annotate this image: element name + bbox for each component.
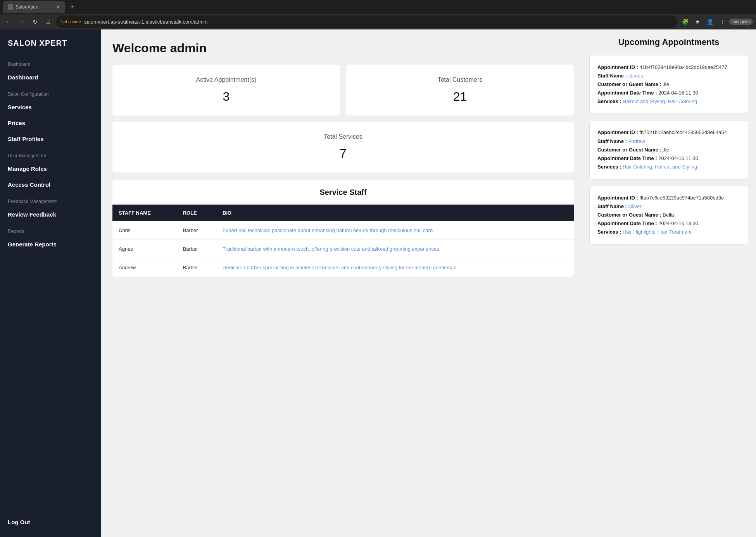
- app-container: SALON XPERT Dashboard Dashboard Salon Co…: [0, 29, 756, 537]
- section-label-feedback: Feedback Management: [0, 193, 101, 207]
- staff-bio-cell: Expert nail technician passionate about …: [216, 221, 574, 240]
- extensions-icon[interactable]: 🧩: [680, 16, 690, 27]
- right-panel: Upcoming Appointments Appointment ID : 4…: [585, 29, 756, 537]
- service-staff-section: Service Staff STAFF NAME ROLE BIO Chris …: [112, 180, 574, 277]
- sidebar-section-reports: Reports Generate Reports: [0, 222, 101, 252]
- browser-tabs: SalonXpert ✕ +: [0, 0, 756, 14]
- table-row: Chris Barber Expert nail technician pass…: [112, 221, 574, 240]
- table-row: Agnes Barber Traditional barber with a m…: [112, 240, 574, 258]
- staff-role-cell: Barber: [177, 240, 216, 258]
- total-services-value: 7: [124, 146, 562, 161]
- main-content: Welcome admin Active Appointment(s) 3 To…: [101, 29, 585, 537]
- total-customers-card: Total Customers 21: [346, 65, 574, 115]
- sidebar-item-logout[interactable]: Log Out: [8, 515, 93, 529]
- sidebar-item-dashboard[interactable]: Dashboard: [0, 69, 101, 85]
- appointment-card: Appointment ID : fffab7c6ce53239ac974be7…: [589, 186, 748, 244]
- appt-customer-1: Customer or Guest Name : Jie: [597, 146, 740, 154]
- service-staff-title: Service Staff: [112, 180, 574, 205]
- browser-toolbar: 🧩 ★ 👤 ⋮ Incognito: [680, 16, 753, 27]
- staff-table-body: Chris Barber Expert nail technician pass…: [112, 221, 574, 277]
- upcoming-appointments-title: Upcoming Appointments: [589, 37, 748, 47]
- home-button[interactable]: ⌂: [43, 16, 54, 27]
- appt-id-2: Appointment ID : fffab7c6ce53239ac974be7…: [597, 194, 740, 202]
- staff-name-cell: Andrew: [112, 258, 177, 277]
- total-services-label: Total Services: [124, 133, 562, 140]
- staff-bio-cell: Traditional barber with a modern touch, …: [216, 240, 574, 258]
- section-label-user-mgmt: User Management: [0, 147, 101, 161]
- sidebar-item-access-control[interactable]: Access Control: [0, 177, 101, 193]
- col-bio: BIO: [216, 205, 574, 221]
- col-staff-name: STAFF NAME: [112, 205, 177, 221]
- staff-table: STAFF NAME ROLE BIO Chris Barber Expert …: [112, 205, 574, 277]
- appointment-card: Appointment ID : fb7021b12aebc2cc4428565…: [589, 120, 748, 179]
- staff-bio-cell: Dedicated barber specializing in timeles…: [216, 258, 574, 277]
- appt-customer-0: Customer or Guest Name : Jie: [597, 80, 740, 89]
- appt-datetime-2: Appointment Date Time : 2024-04-16 13:30: [597, 219, 740, 228]
- back-button[interactable]: ←: [3, 16, 14, 27]
- sidebar: SALON XPERT Dashboard Dashboard Salon Co…: [0, 29, 101, 537]
- new-tab-button[interactable]: +: [67, 2, 78, 12]
- appt-staff-1: Staff Name : Andrew: [597, 137, 740, 146]
- table-row: Andrew Barber Dedicated barber specializ…: [112, 258, 574, 277]
- appt-customer-2: Customer or Guest Name : Bella: [597, 211, 740, 219]
- section-label-reports: Reports: [0, 222, 101, 236]
- staff-table-header: STAFF NAME ROLE BIO: [112, 205, 574, 221]
- stats-row: Active Appointment(s) 3 Total Customers …: [112, 65, 574, 115]
- bookmark-icon[interactable]: ★: [692, 16, 703, 27]
- appt-datetime-1: Appointment Date Time : 2024-04-16 11:30: [597, 154, 740, 163]
- browser-chrome: SalonXpert ✕ + ← → ↻ ⌂ Not secure salon-…: [0, 0, 756, 29]
- tab-title: SalonXpert: [16, 4, 38, 10]
- address-bar[interactable]: Not secure salon-xpert.ap-southeast-1.el…: [56, 15, 677, 28]
- forward-button[interactable]: →: [16, 16, 27, 27]
- appt-services-1: Services : Hair Coloring, Haircut and St…: [597, 163, 740, 171]
- security-warning: Not secure: [60, 19, 81, 24]
- staff-role-cell: Barber: [177, 221, 216, 240]
- active-appointments-value: 3: [124, 90, 328, 104]
- appointments-container: Appointment ID : 41b4f7029419e90a4dc2dc1…: [589, 55, 748, 244]
- profile-icon[interactable]: 👤: [704, 16, 715, 27]
- sidebar-section-user-mgmt: User Management Manage Roles Access Cont…: [0, 147, 101, 193]
- appt-staff-0: Staff Name : James: [597, 72, 740, 80]
- appointment-card: Appointment ID : 41b4f7029419e90a4dc2dc1…: [589, 55, 748, 114]
- staff-table-wrapper[interactable]: STAFF NAME ROLE BIO Chris Barber Expert …: [112, 205, 574, 277]
- total-customers-label: Total Customers: [358, 76, 562, 83]
- appt-services-2: Services : Hair Highlights, Hair Treatme…: [597, 228, 740, 236]
- total-services-card: Total Services 7: [112, 122, 574, 172]
- active-tab[interactable]: SalonXpert ✕: [3, 1, 65, 13]
- reload-button[interactable]: ↻: [29, 16, 40, 27]
- main-and-right: Welcome admin Active Appointment(s) 3 To…: [101, 29, 756, 537]
- sidebar-section-feedback: Feedback Management Review Feedback: [0, 193, 101, 222]
- appt-id-0: Appointment ID : 41b4f7029419e90a4dc2dc1…: [597, 63, 740, 72]
- section-label-dashboard: Dashboard: [0, 55, 101, 69]
- sidebar-item-manage-roles[interactable]: Manage Roles: [0, 161, 101, 177]
- active-appointments-label: Active Appointment(s): [124, 76, 328, 83]
- menu-icon[interactable]: ⋮: [717, 16, 728, 27]
- appt-staff-2: Staff Name : Oliver: [597, 202, 740, 211]
- page-title: Welcome admin: [112, 41, 574, 55]
- staff-name-cell: Chris: [112, 221, 177, 240]
- sidebar-item-services[interactable]: Services: [0, 99, 101, 115]
- section-label-salon-config: Salon Configuration: [0, 85, 101, 99]
- appt-datetime-0: Appointment Date Time : 2024-04-16 11:30: [597, 89, 740, 97]
- appt-services-0: Services : Haircut and Styling, Hair Col…: [597, 97, 740, 106]
- url-display: salon-xpert.ap-southeast-1.elasticbeanst…: [84, 19, 673, 25]
- active-appointments-card: Active Appointment(s) 3: [112, 65, 340, 115]
- col-role: ROLE: [177, 205, 216, 221]
- tab-favicon: [8, 4, 13, 10]
- sidebar-section-dashboard: Dashboard Dashboard: [0, 55, 101, 85]
- sidebar-section-salon-config: Salon Configuration Services Prices Staf…: [0, 85, 101, 147]
- sidebar-item-staff-profiles[interactable]: Staff Profiles: [0, 131, 101, 147]
- tab-close-button[interactable]: ✕: [56, 4, 60, 10]
- brand-title: SALON XPERT: [8, 39, 93, 48]
- staff-name-cell: Agnes: [112, 240, 177, 258]
- staff-role-cell: Barber: [177, 258, 216, 277]
- appt-id-1: Appointment ID : fb7021b12aebc2cc4428565…: [597, 128, 740, 137]
- browser-nav: ← → ↻ ⌂ Not secure salon-xpert.ap-southe…: [0, 14, 756, 29]
- sidebar-item-review-feedback[interactable]: Review Feedback: [0, 207, 101, 222]
- total-customers-value: 21: [358, 90, 562, 104]
- sidebar-item-prices[interactable]: Prices: [0, 115, 101, 131]
- brand: SALON XPERT: [0, 29, 101, 55]
- incognito-badge: Incognito: [729, 19, 753, 25]
- sidebar-item-generate-reports[interactable]: Generate Reports: [0, 236, 101, 252]
